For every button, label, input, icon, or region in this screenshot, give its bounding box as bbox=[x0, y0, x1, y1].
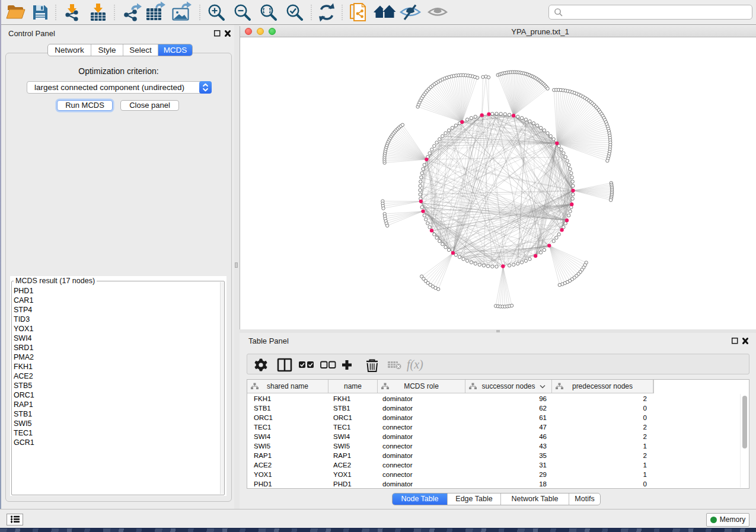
svg-text:f(x): f(x) bbox=[407, 358, 423, 371]
